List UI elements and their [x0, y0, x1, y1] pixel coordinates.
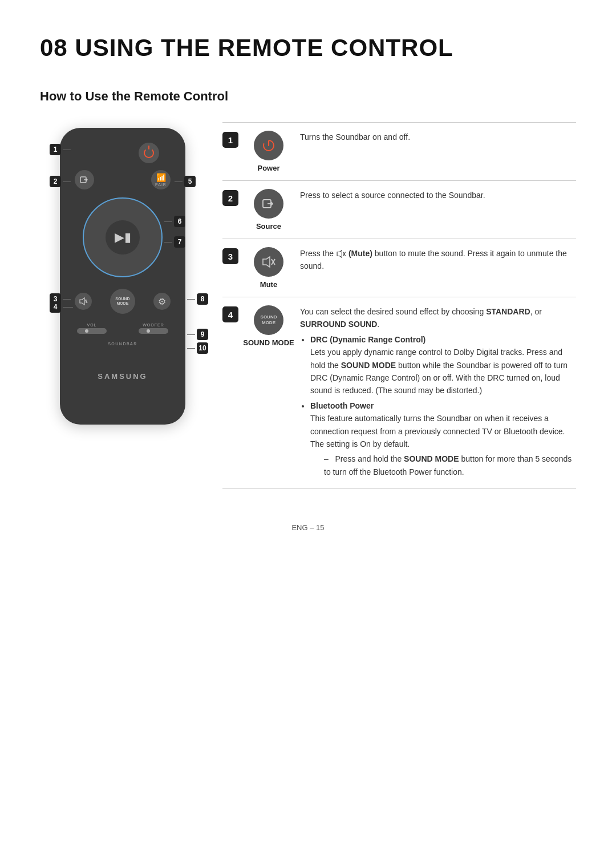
woofer-slider[interactable]	[139, 328, 168, 334]
remote-control-wrap: 1 2	[40, 128, 205, 425]
gear-button-remote[interactable]: ⚙	[153, 293, 171, 310]
mute-icon-remote	[79, 297, 88, 306]
mute-desc: Press the (Mute) button to mute the soun…	[294, 247, 576, 273]
soundmode-btn-label: SOUNDMODE	[115, 297, 129, 306]
power-icon-svg	[261, 138, 277, 154]
mute-button-remote[interactable]	[75, 293, 92, 310]
col-num-3: 3	[222, 247, 243, 264]
badge-10-remote: 10	[197, 342, 208, 354]
badge-9-remote: 9	[197, 329, 208, 340]
badge-7-remote: 7	[174, 236, 185, 248]
remote-control: 1 2	[60, 128, 185, 425]
badge-8-remote: 8	[197, 293, 208, 305]
svg-marker-2	[80, 298, 84, 305]
num-badge-3: 3	[222, 248, 238, 264]
content-area: 1 2	[40, 122, 576, 489]
mute-ref-icon	[336, 249, 346, 259]
drc-bullet: DRC (Dynamic Range Control) Lets you app…	[310, 333, 576, 397]
power-icon	[144, 148, 154, 158]
source-desc: Press to select a source connected to th…	[294, 189, 576, 201]
power-icon-circle	[254, 131, 283, 160]
badge-6-remote: 6	[174, 216, 185, 227]
page-title: 08 USING THE REMOTE CONTROL	[40, 34, 576, 62]
standard-label: STANDARD	[486, 307, 530, 316]
badge-2-remote: 2	[50, 176, 61, 187]
table-row-source: 2 Source Press to select a source connec…	[222, 180, 576, 239]
power-desc: Turns the Soundbar on and off.	[294, 131, 576, 143]
source-icon-svg	[261, 196, 276, 211]
mute-icon-label: Mute	[260, 280, 277, 289]
woofer-label: WOOFER	[143, 323, 164, 327]
bt-power-title: Bluetooth Power	[310, 401, 374, 410]
power-icon-label: Power	[257, 164, 279, 172]
sound-mode-ref-2: SOUND MODE	[404, 454, 459, 463]
svg-marker-12	[337, 251, 342, 257]
footer-page: ENG – 15	[40, 523, 576, 532]
surround-label: SURROUND SOUND	[300, 320, 377, 329]
table-row-power: 1 Power Turns the Soundbar on and off.	[222, 122, 576, 180]
badge-5-remote: 5	[184, 176, 196, 187]
dpad-inner[interactable]: ▶▮	[106, 220, 140, 255]
table-row-soundmode: 4 SOUNDMODE SOUND MODE You can select th…	[222, 297, 576, 489]
source-icon	[79, 175, 90, 185]
vol-slider-wrap: VOL	[75, 323, 109, 334]
badge-1-remote: 1	[50, 144, 61, 155]
section-title: How to Use the Remote Control	[40, 89, 576, 104]
col-icon-source: Source	[243, 189, 294, 231]
button-table: 1 Power Turns the Soundbar on and off. 2	[222, 122, 576, 489]
dpad[interactable]: ▶▮ 6 7	[83, 197, 163, 277]
woofer-slider-wrap: WOOFER	[136, 323, 171, 334]
power-button-remote[interactable]	[139, 143, 159, 163]
source-button-remote[interactable]	[75, 170, 94, 189]
bottom-row: 3 4 SOUNDMODE	[69, 289, 176, 314]
col-icon-soundmode: SOUNDMODE SOUND MODE	[243, 305, 294, 347]
col-icon-mute: Mute	[243, 247, 294, 289]
source-icon-label: Source	[256, 222, 281, 231]
drc-title: DRC (Dynamic Range Control)	[310, 335, 425, 344]
dpad-outer: ▶▮	[83, 197, 163, 277]
source-bt-row: 2 5 📶 PAIR	[69, 170, 176, 189]
mute-bold-ref: (Mute)	[348, 249, 372, 258]
vol-woofer-row: 9 VOL 10 WOOFER	[69, 323, 176, 334]
mute-icon-circle	[254, 247, 283, 277]
num-badge-2: 2	[222, 190, 238, 206]
bt-power-bullet: Bluetooth Power This feature automatical…	[310, 399, 576, 478]
samsung-label: SAMSUNG	[98, 372, 147, 381]
vol-slider[interactable]	[77, 328, 107, 334]
soundmode-button-remote[interactable]: SOUNDMODE	[110, 289, 135, 314]
vol-label: VOL	[87, 323, 96, 327]
bt-dash-text: – Press and hold the SOUND MODE button f…	[310, 453, 576, 478]
sound-mode-ref-1: SOUND MODE	[341, 361, 396, 370]
soundmode-icon-text: SOUNDMODE	[261, 314, 277, 326]
badge-4-remote: 4	[50, 301, 61, 313]
table-row-mute: 3 Mute Press the (Mute) button to mute t…	[222, 239, 576, 297]
col-icon-power: Power	[243, 131, 294, 172]
soundmode-desc: You can select the desired sound effect …	[294, 305, 576, 480]
col-num-4: 4	[222, 305, 243, 322]
col-num-1: 1	[222, 131, 243, 148]
mute-icon-svg	[261, 255, 276, 269]
bluetooth-button-remote[interactable]: 📶 PAIR	[151, 170, 171, 189]
soundbar-label: SOUNDBAR	[108, 342, 137, 346]
source-icon-circle	[254, 189, 283, 219]
soundmode-icon-label: SOUND MODE	[243, 338, 294, 347]
title-text: 08 USING THE REMOTE CONTROL	[40, 34, 453, 61]
pair-label: PAIR	[155, 183, 167, 187]
svg-marker-9	[263, 257, 270, 267]
num-badge-4: 4	[222, 306, 238, 322]
remote-top-row: 1	[69, 143, 176, 163]
soundmode-bullets: DRC (Dynamic Range Control) Lets you app…	[300, 333, 576, 478]
col-num-2: 2	[222, 189, 243, 206]
num-badge-1: 1	[222, 132, 238, 148]
soundmode-icon-circle: SOUNDMODE	[254, 305, 283, 335]
